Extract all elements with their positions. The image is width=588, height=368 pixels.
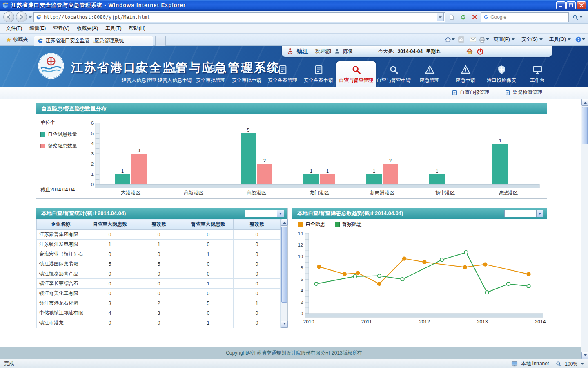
table-row[interactable]: 镇江恒泰沥青产品0000 xyxy=(37,269,281,279)
chevron-down-icon[interactable] xyxy=(536,210,543,217)
table-row[interactable]: 江苏索普集团有限0000 xyxy=(37,230,281,240)
page-scrollbar[interactable] xyxy=(581,99,588,359)
search-box[interactable]: G Google xyxy=(481,12,569,22)
menu-item-6[interactable]: 帮助(H) xyxy=(125,24,149,33)
maximize-button[interactable] xyxy=(566,1,576,9)
table-col-header-3: 整改数 xyxy=(135,219,183,230)
chevron-down-icon[interactable] xyxy=(277,210,284,217)
menu-item-4[interactable]: 收藏夹(A) xyxy=(73,24,102,33)
table-row[interactable]: 镇江李长荣综合石0010 xyxy=(37,279,281,289)
value-cell: 0 xyxy=(234,289,281,298)
nav-item-4[interactable]: 安全审批申请 xyxy=(229,63,265,87)
nav-item-5[interactable]: 安全备案管理 xyxy=(265,63,301,87)
table-col-header-1: 企业名称 xyxy=(37,219,85,230)
bar-panel-header: 自查隐患/督查隐患数量分布 xyxy=(36,103,547,114)
refresh-button[interactable] xyxy=(458,12,468,22)
table-row[interactable]: 江苏镇江发电有限1100 xyxy=(37,240,281,249)
legend-label: 督察隐患数量 xyxy=(48,142,77,149)
table-row[interactable]: 镇江市港龙0010 xyxy=(37,318,281,328)
nav-item-9[interactable]: 应急管理 xyxy=(412,63,448,87)
bar-value-label: 1 xyxy=(436,168,438,173)
table-row[interactable]: 金海宏业（镇江）石0010 xyxy=(37,249,281,259)
line-filter-select[interactable] xyxy=(504,210,543,217)
table-row[interactable]: 中储粮镇江粮油有限4300 xyxy=(37,308,281,318)
table-row[interactable]: 镇江港国际集装箱5500 xyxy=(37,259,281,269)
bar xyxy=(115,174,130,184)
back-button[interactable] xyxy=(3,11,14,22)
toolbar-text-buttons: 页面(P)安全(S)工具(O) xyxy=(490,35,574,44)
address-dropdown-button[interactable] xyxy=(437,13,444,21)
tab-active[interactable]: 江苏省港口安全监管与应急管理系统 xyxy=(34,36,153,46)
close-button[interactable] xyxy=(577,1,586,9)
line-chart-panel: 本地自查/督查隐患总数趋势(截止2014.04.04) 自查隐患督察隐患 024… xyxy=(292,208,547,328)
nav-item-8[interactable]: 自查与督查申请 xyxy=(376,63,412,87)
data-point-marker xyxy=(378,282,381,285)
compatibility-view-button[interactable] xyxy=(447,12,457,22)
value-cell: 1 xyxy=(183,249,234,259)
nav-item-1[interactable]: 经营人信息管理 xyxy=(121,63,157,87)
nav-item-3[interactable]: 安全审批管理 xyxy=(193,63,229,87)
table-row[interactable]: 镇江市港龙石化港3251 xyxy=(37,298,281,308)
svg-text:4: 4 xyxy=(301,288,303,293)
user-name[interactable]: 陈俊 xyxy=(343,48,353,55)
scroll-up-button[interactable] xyxy=(581,99,588,106)
menu-item-1[interactable]: 文件(F) xyxy=(2,24,26,33)
zoom-icon xyxy=(556,361,561,367)
value-cell: 0 xyxy=(135,249,183,259)
minimize-button[interactable] xyxy=(556,1,566,9)
table-filter-select[interactable] xyxy=(245,210,284,217)
company-name-cell: 金海宏业（镇江）石 xyxy=(37,249,85,259)
table-scrollbar[interactable] xyxy=(281,219,287,328)
safety-button[interactable]: 安全(S) xyxy=(518,35,546,44)
help-icon[interactable]: ? xyxy=(575,35,586,44)
doc-icon xyxy=(505,90,510,96)
table-panel-title: 本地自查/督查统计(截止2014.04.04) xyxy=(41,210,126,217)
logout-power-icon[interactable] xyxy=(477,48,484,55)
value-cell: 0 xyxy=(183,259,234,269)
scroll-thumb[interactable] xyxy=(582,107,588,144)
people-icon xyxy=(134,65,144,75)
scroll-thumb[interactable] xyxy=(281,227,287,303)
sub-nav-item-2[interactable]: 监督检查管理 xyxy=(505,89,542,96)
address-bar[interactable]: http://localhost:8080/yjpt/Main.html xyxy=(33,12,445,22)
print-icon[interactable] xyxy=(479,35,490,44)
scroll-up-button[interactable] xyxy=(281,219,288,226)
home-toolbar-icon[interactable] xyxy=(445,35,455,44)
value-cell: 0 xyxy=(135,318,183,328)
nav-item-10[interactable]: 应急申请 xyxy=(448,63,483,87)
table-col-header-4: 督查重大隐患数 xyxy=(183,219,234,230)
scroll-down-button[interactable] xyxy=(581,352,588,359)
new-tab-button[interactable] xyxy=(155,36,166,46)
menu-item-3[interactable]: 查看(V) xyxy=(49,24,73,33)
stop-button[interactable] xyxy=(470,12,479,22)
table-row[interactable]: 镇江奇美化工有限0000 xyxy=(37,289,281,298)
chevron-down-icon xyxy=(486,38,489,42)
chevron-down-icon[interactable] xyxy=(581,363,584,366)
monitor-icon xyxy=(532,65,543,75)
forward-button[interactable] xyxy=(16,11,27,22)
zoom-level[interactable]: 100% xyxy=(565,361,577,367)
nav-item-2[interactable]: 经营人信息申请 xyxy=(157,63,193,87)
home-icon[interactable] xyxy=(466,48,473,55)
value-cell: 0 xyxy=(234,259,281,269)
nav-item-6[interactable]: 安全备案申请 xyxy=(301,63,336,87)
menu-item-5[interactable]: 工具(T) xyxy=(102,24,125,33)
nav-item-12[interactable]: 工作台 xyxy=(519,63,555,87)
search-button[interactable] xyxy=(570,14,585,20)
page-button[interactable]: 页面(P) xyxy=(490,35,518,44)
email-icon[interactable] xyxy=(468,35,478,44)
rss-icon[interactable] xyxy=(456,35,467,44)
nav-item-7[interactable]: 自查与督查管理 xyxy=(336,61,376,87)
favorites-button[interactable]: ★ 收藏夹 xyxy=(2,35,32,44)
nav-item-11[interactable]: 港口设施保安 xyxy=(483,63,519,87)
svg-text:5: 5 xyxy=(91,131,94,136)
history-dropdown-icon[interactable] xyxy=(29,16,32,20)
scroll-down-button[interactable] xyxy=(281,321,288,328)
sub-nav-item-1[interactable]: 自查自报管理 xyxy=(452,89,489,96)
value-cell: 0 xyxy=(135,279,183,289)
data-point-marker xyxy=(527,272,530,276)
table-wrap: 企业名称自查重大隐患数整改数督查重大隐患数整改数江苏索普集团有限0000江苏镇江… xyxy=(36,219,287,328)
menu-item-2[interactable]: 编辑(E) xyxy=(26,24,49,33)
tools-button[interactable]: 工具(O) xyxy=(546,35,574,44)
company-name-cell: 镇江市港龙 xyxy=(37,318,85,328)
